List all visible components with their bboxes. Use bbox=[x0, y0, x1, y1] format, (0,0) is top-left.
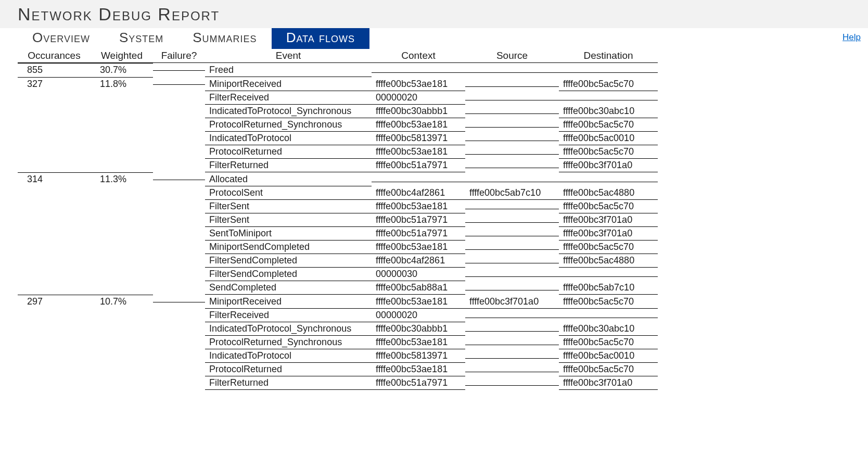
table-row: FilterReceived00000020 bbox=[18, 309, 668, 322]
table-cell bbox=[18, 370, 91, 372]
table-cell: ffffe00bc5813971 bbox=[372, 132, 465, 145]
table-cell: ffffe00bc5ac5c70 bbox=[559, 78, 658, 91]
table-cell: ProtocolReturned_Synchronous bbox=[205, 336, 372, 349]
table-row: 31411.3%Allocated bbox=[18, 172, 668, 186]
table-cell bbox=[153, 166, 205, 168]
table-cell bbox=[559, 315, 658, 318]
table-cell bbox=[153, 194, 205, 196]
table-cell bbox=[559, 274, 658, 277]
table-cell bbox=[465, 220, 559, 223]
table-cell: FilterSendCompleted bbox=[205, 268, 372, 281]
table-row: IndicatedToProtocol_Synchronousffffe00bc… bbox=[18, 105, 668, 118]
tab-data-flows[interactable]: Data flows bbox=[272, 28, 369, 49]
table-cell: ffffe00bc5ac5c70 bbox=[559, 241, 658, 254]
column-header: Failure? bbox=[153, 49, 205, 63]
table-cell bbox=[153, 370, 205, 372]
tab-overview[interactable]: Overview bbox=[18, 28, 105, 49]
table-cell: ffffe00bc5ac4880 bbox=[559, 186, 658, 200]
table-cell bbox=[465, 315, 559, 318]
table-cell: ffffe00bc3f701a0 bbox=[559, 376, 658, 390]
table-cell bbox=[153, 98, 205, 100]
table-row: ProtocolReturnedffffe00bc53ae181ffffe00b… bbox=[18, 145, 668, 159]
table-cell bbox=[18, 194, 91, 196]
table-cell bbox=[91, 166, 153, 168]
table-cell bbox=[153, 112, 205, 114]
table-cell bbox=[153, 302, 205, 305]
table-cell bbox=[153, 357, 205, 359]
title-bar: Network Debug Report bbox=[0, 0, 868, 28]
table-cell: ffffe00bc3f701a0 bbox=[559, 159, 658, 172]
table-cell bbox=[153, 330, 205, 332]
table-cell: SendCompleted bbox=[205, 281, 372, 295]
table-cell bbox=[91, 153, 153, 155]
table-cell bbox=[91, 275, 153, 277]
table-cell bbox=[465, 234, 559, 236]
table-cell bbox=[465, 152, 559, 155]
table-cell bbox=[91, 261, 153, 263]
table-cell bbox=[465, 370, 559, 372]
table-cell: FilterSendCompleted bbox=[205, 254, 372, 268]
table-cell bbox=[18, 330, 91, 332]
table-cell: IndicatedToProtocol_Synchronous bbox=[205, 322, 372, 336]
table-cell bbox=[465, 84, 559, 87]
tab-summaries[interactable]: Summaries bbox=[178, 28, 271, 49]
tab-system[interactable]: System bbox=[105, 28, 178, 49]
table-cell: FilterSent bbox=[205, 213, 372, 227]
table-cell bbox=[18, 275, 91, 277]
table-cell: IndicatedToProtocol_Synchronous bbox=[205, 105, 372, 118]
page-title: Network Debug Report bbox=[18, 0, 850, 28]
table-cell: ffffe00bc4af2861 bbox=[372, 254, 465, 268]
table-cell bbox=[18, 153, 91, 155]
table-cell bbox=[18, 288, 91, 290]
table-cell: FilterReceived bbox=[205, 309, 372, 322]
table-cell: ProtocolReturned bbox=[205, 363, 372, 376]
help-link[interactable]: Help bbox=[843, 32, 861, 43]
table-cell bbox=[153, 275, 205, 277]
table-cell bbox=[18, 261, 91, 263]
table-cell: 314 bbox=[18, 172, 91, 186]
table-cell bbox=[18, 207, 91, 209]
table-cell: IndicatedToProtocol bbox=[205, 132, 372, 145]
table-row: SentToMiniportffffe00bc51a7971ffffe00bc3… bbox=[18, 227, 668, 241]
table-row: FilterReturnedffffe00bc51a7971ffffe00bc3… bbox=[18, 159, 668, 172]
table-row: MiniportSendCompletedffffe00bc53ae181fff… bbox=[18, 241, 668, 254]
table-cell bbox=[91, 112, 153, 114]
table-cell bbox=[91, 370, 153, 372]
table-cell bbox=[559, 98, 658, 100]
table-cell: FilterSent bbox=[205, 200, 372, 213]
table-cell bbox=[18, 316, 91, 318]
table-cell: 30.7% bbox=[91, 63, 153, 77]
table-cell bbox=[465, 111, 559, 114]
table-cell: ffffe00bc5ab7c10 bbox=[559, 281, 658, 295]
table-cell: ProtocolSent bbox=[205, 186, 372, 200]
column-header: Weighted bbox=[91, 49, 153, 63]
table-row: ProtocolReturnedffffe00bc53ae181ffffe00b… bbox=[18, 363, 668, 376]
table-cell: ffffe00bc5ac5c70 bbox=[559, 295, 658, 309]
table-cell: ffffe00bc30abc10 bbox=[559, 105, 658, 118]
table-row: ProtocolReturned_Synchronousffffe00bc53a… bbox=[18, 336, 668, 349]
table-cell: FilterReceived bbox=[205, 91, 372, 105]
table-cell: 327 bbox=[18, 77, 91, 91]
table-row: IndicatedToProtocolffffe00bc5813971ffffe… bbox=[18, 132, 668, 145]
data-grid: OccurancesWeightedFailure?EventContextSo… bbox=[18, 49, 668, 390]
table-cell: ffffe00bc53ae181 bbox=[372, 78, 465, 91]
table-row: ProtocolReturned_Synchronousffffe00bc53a… bbox=[18, 118, 668, 132]
table-cell bbox=[91, 221, 153, 223]
table-cell bbox=[153, 180, 205, 182]
table-cell bbox=[465, 329, 559, 332]
table-cell: ffffe00bc53ae181 bbox=[372, 118, 465, 132]
table-cell bbox=[18, 248, 91, 250]
tab-bar: OverviewSystemSummariesData flows bbox=[18, 28, 369, 49]
table-cell: ffffe00bc3f701a0 bbox=[559, 227, 658, 241]
table-cell bbox=[465, 261, 559, 263]
table-cell: 297 bbox=[18, 295, 91, 308]
table-cell: 11.8% bbox=[91, 77, 153, 91]
table-cell bbox=[465, 166, 559, 168]
table-row: FilterReturnedffffe00bc51a7971ffffe00bc3… bbox=[18, 376, 668, 390]
table-cell: ProtocolReturned_Synchronous bbox=[205, 118, 372, 132]
table-row: FilterSentffffe00bc51a7971ffffe00bc3f701… bbox=[18, 213, 668, 227]
table-cell bbox=[91, 357, 153, 359]
table-cell: 00000020 bbox=[372, 309, 465, 322]
table-row: ProtocolSentffffe00bc4af2861ffffe00bc5ab… bbox=[18, 186, 668, 200]
table-cell bbox=[465, 138, 559, 141]
